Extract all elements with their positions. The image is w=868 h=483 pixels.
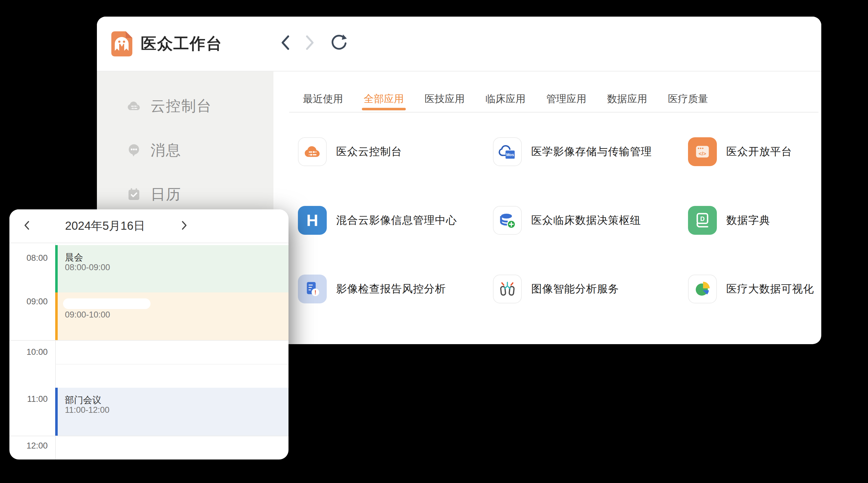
screen: 医众工作台 — [0, 0, 868, 483]
app-name: 数据字典 — [726, 213, 770, 228]
app-name: 医学影像存储与传输管理 — [531, 144, 652, 159]
lungs-icon — [493, 275, 522, 303]
tab-medtech-apps[interactable]: 医技应用 — [425, 94, 465, 104]
app-card-report-risk-analysis[interactable]: ! 影像检查报告风控分析 — [298, 275, 446, 303]
tab-clinical-apps[interactable]: 临床应用 — [486, 94, 526, 104]
dictionary-book-icon: D — [688, 206, 717, 235]
sidebar-item-label: 日历 — [151, 179, 181, 210]
sidebar-item-messages[interactable]: 消息 — [97, 134, 274, 166]
app-name: 图像智能分析服务 — [531, 282, 619, 296]
app-title: 医众工作台 — [141, 17, 222, 71]
calendar-date-title: 2024年5月16日 — [47, 210, 163, 243]
orange-cloud-settings-icon — [298, 137, 327, 166]
time-label: 12:00 — [9, 441, 48, 451]
time-label: 08:00 — [9, 253, 48, 263]
app-name: 医众临床数据决策枢纽 — [531, 213, 641, 228]
mos-cloud-icon: Mos — [493, 137, 522, 166]
nav-back-button[interactable] — [275, 33, 296, 53]
tab-management-apps[interactable]: 管理应用 — [546, 94, 586, 104]
event-time: 11:00-12:00 — [65, 405, 110, 415]
tabs-divider — [289, 112, 818, 112]
app-name: 医疗大数据可视化 — [726, 282, 814, 296]
tab-all-apps[interactable]: 全部应用 — [364, 94, 404, 104]
dictionary-icon-text: D — [700, 215, 705, 222]
sidebar-item-label: 云控制台 — [151, 90, 212, 122]
gridline-1030 — [56, 364, 288, 364]
time-label: 11:00 — [9, 394, 48, 404]
redacted-event-title — [63, 298, 151, 309]
sidebar-item-cloud-console[interactable]: 云控制台 — [97, 90, 274, 122]
gridline-10 — [9, 340, 288, 341]
code-icon-text: </> — [699, 151, 706, 156]
event-title: 晨会 — [65, 251, 83, 264]
calendar-next-button[interactable] — [176, 217, 193, 235]
mos-icon-text: Mos — [506, 153, 514, 157]
tab-medical-quality[interactable]: 医疗质量 — [668, 94, 708, 104]
tab-recent-used[interactable]: 最近使用 — [303, 94, 343, 104]
event-time: 09:00-10:00 — [65, 310, 110, 320]
app-name: 混合云影像信息管理中心 — [336, 213, 457, 228]
sidebar-item-calendar[interactable]: 日历 — [97, 179, 274, 210]
app-card-open-platform[interactable]: </> 医众开放平台 — [688, 137, 792, 166]
tab-data-apps[interactable]: 数据应用 — [607, 94, 647, 104]
pie-chart-icon — [688, 275, 717, 303]
h-letter-icon: H — [298, 206, 327, 235]
app-card-data-dictionary[interactable]: D 数据字典 — [688, 206, 770, 235]
nav-refresh-button[interactable] — [329, 33, 349, 53]
app-name: 医众开放平台 — [726, 144, 792, 159]
app-card-big-data-visualization[interactable]: 医疗大数据可视化 — [688, 275, 814, 303]
calendar-panel: 2024年5月16日 08:00 09:00 10:00 11:00 12:00… — [9, 210, 288, 459]
time-label: 09:00 — [9, 297, 48, 307]
event-title: 部门会议 — [65, 394, 101, 407]
app-card-cloud-console[interactable]: 医众云控制台 — [298, 137, 402, 166]
cloud-console-icon — [126, 98, 142, 115]
event-time: 08:00-09:00 — [65, 263, 110, 272]
time-label: 10:00 — [9, 347, 48, 357]
alert-icon-text: ! — [314, 289, 316, 296]
code-window-icon: </> — [688, 137, 717, 166]
sidebar-item-label: 消息 — [151, 134, 181, 166]
window-header: 医众工作台 — [97, 17, 821, 71]
app-card-image-ai-service[interactable]: 图像智能分析服务 — [493, 275, 619, 303]
chevron-right-icon — [180, 220, 188, 232]
report-alert-icon: ! — [298, 275, 327, 303]
app-logo-icon — [111, 31, 132, 57]
event-department-meeting[interactable]: 部门会议 11:00-12:00 — [55, 388, 288, 436]
message-bubble-icon — [126, 142, 142, 159]
nav-forward-button[interactable] — [300, 33, 320, 53]
app-card-clinical-data-hub[interactable]: 医众临床数据决策枢纽 — [493, 206, 641, 235]
app-name: 影像检查报告风控分析 — [336, 282, 446, 296]
app-name: 医众云控制台 — [336, 144, 402, 159]
app-category-tabs: 最近使用 全部应用 医技应用 临床应用 管理应用 数据应用 医疗质量 — [303, 94, 708, 104]
calendar-header: 2024年5月16日 — [9, 210, 288, 243]
app-card-image-storage[interactable]: Mos 医学影像存储与传输管理 — [493, 137, 652, 166]
refresh-icon — [330, 34, 348, 53]
h-icon-text: H — [306, 206, 318, 235]
chevron-left-icon — [23, 220, 31, 232]
database-plus-icon — [493, 206, 522, 235]
chevron-right-icon — [304, 34, 316, 52]
event-redacted[interactable]: 09:00-10:00 — [55, 292, 288, 340]
event-morning-meeting[interactable]: 晨会 08:00-09:00 — [55, 245, 288, 292]
calendar-check-icon — [126, 187, 142, 203]
gridline-12 — [9, 436, 288, 436]
app-card-hybrid-cloud-imaging[interactable]: H 混合云影像信息管理中心 — [298, 206, 457, 235]
chevron-left-icon — [279, 34, 291, 52]
calendar-prev-button[interactable] — [18, 217, 35, 235]
